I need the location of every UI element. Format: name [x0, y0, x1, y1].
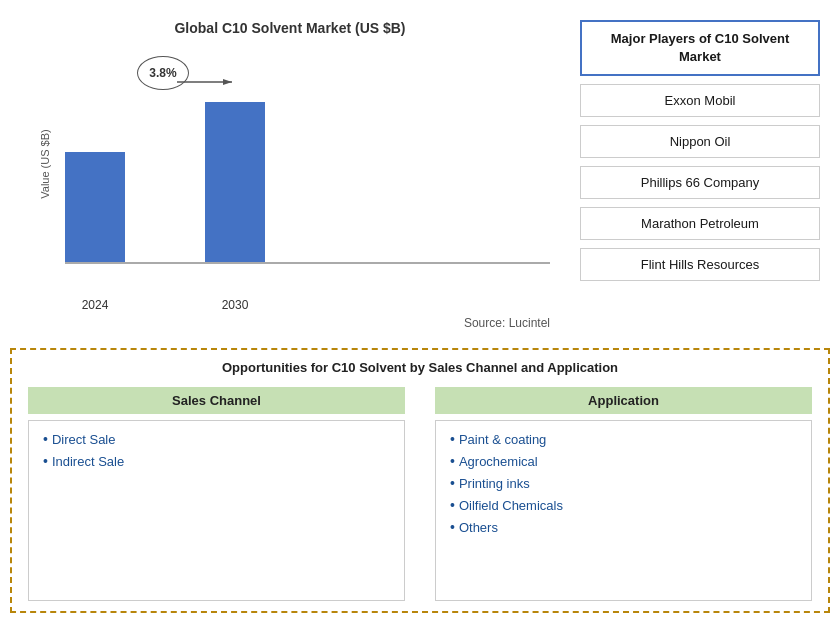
- application-body: • Paint & coating • Agrochemical • Print…: [435, 420, 812, 601]
- app-item-2: • Printing inks: [450, 475, 797, 491]
- app-item-1: • Agrochemical: [450, 453, 797, 469]
- bar-2030: [205, 102, 265, 262]
- annotation-arrow: [177, 72, 247, 112]
- app-item-0: • Paint & coating: [450, 431, 797, 447]
- app-bullet-2: •: [450, 475, 455, 491]
- player-item-nippon: Nippon Oil: [580, 125, 820, 158]
- sales-channel-item-0: • Direct Sale: [43, 431, 390, 447]
- app-bullet-4: •: [450, 519, 455, 535]
- chart-container: Global C10 Solvent Market (US $B) Value …: [10, 10, 560, 340]
- top-section: Global C10 Solvent Market (US $B) Value …: [10, 10, 830, 340]
- x-label-2024: 2024: [65, 298, 125, 312]
- main-container: Global C10 Solvent Market (US $B) Value …: [0, 0, 840, 623]
- sales-channel-item-1: • Indirect Sale: [43, 453, 390, 469]
- app-item-4: • Others: [450, 519, 797, 535]
- sales-channel-column: Sales Channel • Direct Sale • Indirect S…: [28, 387, 405, 601]
- opportunities-title: Opportunities for C10 Solvent by Sales C…: [28, 360, 812, 375]
- bullet-0: •: [43, 431, 48, 447]
- application-column: Application • Paint & coating • Agrochem…: [435, 387, 812, 601]
- player-item-marathon: Marathon Petroleum: [580, 207, 820, 240]
- opp-columns: Sales Channel • Direct Sale • Indirect S…: [28, 387, 812, 601]
- x-label-2030: 2030: [205, 298, 265, 312]
- bar-2024-rect: [65, 152, 125, 262]
- players-container: Major Players of C10 Solvent Market Exxo…: [570, 10, 830, 340]
- sales-channel-body: • Direct Sale • Indirect Sale: [28, 420, 405, 601]
- player-item-flint: Flint Hills Resources: [580, 248, 820, 281]
- bar-2030-rect: [205, 102, 265, 262]
- y-axis-label: Value (US $B): [39, 129, 51, 199]
- app-bullet-0: •: [450, 431, 455, 447]
- bar-2024: [65, 152, 125, 262]
- app-item-3: • Oilfield Chemicals: [450, 497, 797, 513]
- sales-channel-header: Sales Channel: [28, 387, 405, 414]
- chart-source: Source: Lucintel: [30, 316, 550, 330]
- chart-title: Global C10 Solvent Market (US $B): [174, 20, 405, 36]
- bullet-1: •: [43, 453, 48, 469]
- player-item-exxon: Exxon Mobil: [580, 84, 820, 117]
- application-header: Application: [435, 387, 812, 414]
- opportunities-section: Opportunities for C10 Solvent by Sales C…: [10, 348, 830, 613]
- players-title: Major Players of C10 Solvent Market: [580, 20, 820, 76]
- app-bullet-1: •: [450, 453, 455, 469]
- app-bullet-3: •: [450, 497, 455, 513]
- player-item-phillips: Phillips 66 Company: [580, 166, 820, 199]
